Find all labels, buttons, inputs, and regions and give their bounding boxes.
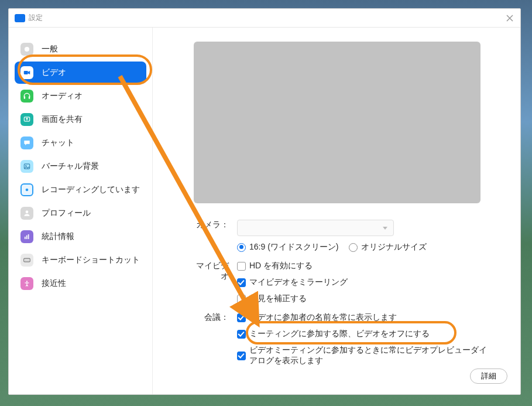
- video-preview: [194, 42, 480, 203]
- svg-point-14: [26, 260, 27, 260]
- sidebar-item-general[interactable]: 一般: [15, 38, 146, 60]
- checkbox-icon: [237, 330, 246, 339]
- svg-rect-2: [24, 97, 25, 99]
- check-label: HD を有効にする: [249, 261, 313, 271]
- sidebar-item-profile[interactable]: プロフィール: [15, 202, 146, 224]
- check-label: ミーティングに参加する際、ビデオをオフにする: [249, 329, 430, 339]
- camera-label: カメラ：: [194, 220, 237, 253]
- checkbox-icon: [237, 313, 246, 322]
- radio-label: 16:9 (ワイドスクリーン): [249, 242, 338, 253]
- image-icon: [20, 160, 33, 173]
- svg-point-15: [28, 260, 29, 260]
- svg-point-8: [26, 210, 29, 213]
- row-camera: カメラ： 16:9 (ワイドスクリーン) オリジナルサイズ: [194, 220, 491, 253]
- sidebar-item-video[interactable]: ビデオ: [15, 62, 146, 84]
- close-button[interactable]: [504, 12, 516, 24]
- svg-point-7: [26, 189, 29, 192]
- sidebar-item-statistics[interactable]: 統計情報: [15, 226, 146, 248]
- window-title: 設定: [29, 13, 43, 23]
- svg-point-16: [26, 281, 28, 282]
- svg-rect-1: [24, 71, 28, 74]
- svg-point-0: [25, 47, 29, 52]
- sidebar-item-label: プロフィール: [42, 208, 91, 219]
- svg-rect-9: [25, 237, 26, 239]
- checkbox-icon: [237, 295, 246, 303]
- check-label: ビデオミーティングに参加するときに常にビデオプレビューダイアログを表示します: [249, 345, 491, 366]
- radio-aspect-16-9[interactable]: 16:9 (ワイドスクリーン): [237, 242, 338, 253]
- sidebar-item-virtual-background[interactable]: バーチャル背景: [15, 155, 146, 178]
- sidebar-item-label: 統計情報: [42, 231, 74, 242]
- sidebar-item-label: ビデオ: [42, 67, 66, 78]
- row-myvideo: マイビデオ HD を有効にする マイビデオをミラーリング 外見を補正する: [194, 261, 491, 304]
- sidebar-item-share-screen[interactable]: 画面を共有: [15, 108, 146, 131]
- stats-icon: [20, 230, 33, 243]
- sidebar: 一般 ビデオ オーディオ 画面を共有: [9, 28, 153, 394]
- check-preview-dialog[interactable]: ビデオミーティングに参加するときに常にビデオプレビューダイアログを表示します: [237, 345, 491, 366]
- screen-icon: [20, 113, 33, 126]
- sidebar-item-label: キーボードショートカット: [42, 255, 140, 265]
- sidebar-item-chat[interactable]: チャット: [15, 132, 146, 154]
- check-label: 外見を補正する: [249, 294, 307, 304]
- camera-dropdown[interactable]: [237, 220, 394, 236]
- record-icon: [20, 183, 33, 196]
- svg-point-13: [25, 260, 26, 260]
- sidebar-item-label: 一般: [42, 44, 58, 54]
- radio-icon: [349, 243, 358, 252]
- body: 一般 ビデオ オーディオ 画面を共有: [9, 28, 520, 394]
- svg-point-6: [25, 165, 26, 166]
- row-meeting: 会議： ビデオに参加者の名前を常に表示します ミーティングに参加する際、ビデオを…: [194, 312, 491, 366]
- check-video-off-on-join[interactable]: ミーティングに参加する際、ビデオをオフにする: [237, 329, 491, 339]
- check-label: ビデオに参加者の名前を常に表示します: [249, 312, 397, 323]
- svg-rect-10: [26, 236, 28, 239]
- checkbox-icon: [237, 278, 246, 287]
- video-icon: [20, 66, 33, 79]
- sidebar-item-recording[interactable]: レコーディングしています: [15, 179, 146, 201]
- settings-window: 設定 一般 ビデオ オーディオ: [8, 8, 521, 395]
- accessibility-icon: [20, 277, 33, 290]
- radio-aspect-original[interactable]: オリジナルサイズ: [349, 242, 427, 253]
- sidebar-item-audio[interactable]: オーディオ: [15, 85, 146, 107]
- check-touchup[interactable]: 外見を補正する: [237, 294, 491, 304]
- meeting-label: 会議：: [194, 312, 237, 366]
- headphones-icon: [20, 90, 33, 103]
- sidebar-item-label: チャット: [42, 138, 74, 148]
- svg-rect-11: [28, 234, 29, 239]
- detail-button[interactable]: 詳細: [470, 369, 507, 384]
- checkbox-icon: [237, 262, 246, 271]
- sidebar-item-label: レコーディングしています: [42, 185, 140, 195]
- app-icon: [15, 14, 25, 22]
- check-label: マイビデオをミラーリング: [249, 277, 348, 288]
- sidebar-item-label: バーチャル背景: [42, 161, 99, 172]
- titlebar: 設定: [9, 9, 520, 28]
- check-mirror[interactable]: マイビデオをミラーリング: [237, 277, 491, 288]
- check-hd[interactable]: HD を有効にする: [237, 261, 491, 271]
- sidebar-item-label: 画面を共有: [42, 114, 83, 125]
- chat-icon: [20, 137, 33, 149]
- close-icon: [506, 15, 513, 22]
- keyboard-icon: [20, 254, 33, 267]
- check-show-names[interactable]: ビデオに参加者の名前を常に表示します: [237, 312, 491, 323]
- sidebar-item-label: 接近性: [42, 278, 66, 289]
- person-icon: [20, 207, 33, 220]
- svg-rect-3: [29, 97, 30, 99]
- radio-label: オリジナルサイズ: [361, 242, 427, 253]
- sidebar-item-accessibility[interactable]: 接近性: [15, 272, 146, 295]
- radio-icon: [237, 243, 246, 252]
- sidebar-item-label: オーディオ: [42, 91, 83, 101]
- myvideo-label: マイビデオ: [194, 261, 237, 304]
- content-pane: カメラ： 16:9 (ワイドスクリーン) オリジナルサイズ: [153, 28, 520, 394]
- gear-icon: [20, 43, 33, 56]
- checkbox-icon: [237, 352, 246, 360]
- sidebar-item-keyboard-shortcuts[interactable]: キーボードショートカット: [15, 249, 146, 271]
